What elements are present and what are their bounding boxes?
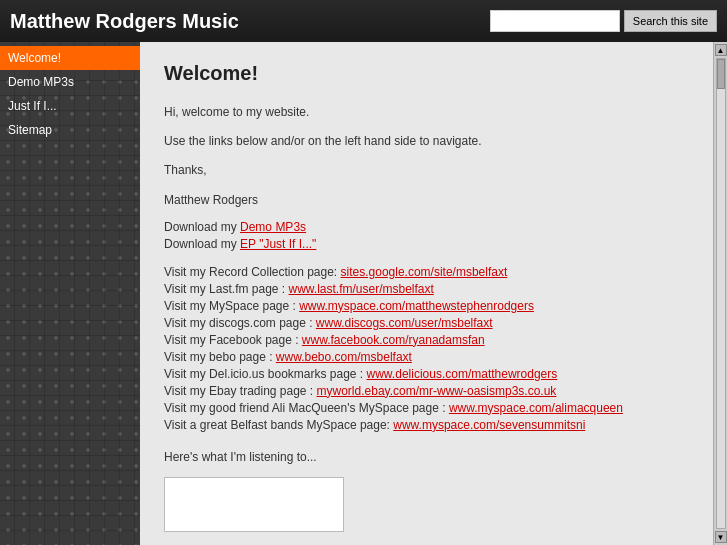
ebay-link[interactable]: myworld.ebay.com/mr-www-oasismp3s.co.uk <box>317 384 557 398</box>
search-area: Search this site <box>490 10 717 32</box>
link-seven-summits: Visit a great Belfast bands MySpace page… <box>164 418 689 432</box>
search-button[interactable]: Search this site <box>624 10 717 32</box>
link-bebo: Visit my bebo page : www.bebo.com/msbelf… <box>164 350 689 364</box>
intro-para1: Hi, welcome to my website. <box>164 103 689 122</box>
listening-heading: Here's what I'm listening to... <box>164 448 689 467</box>
myspace-link[interactable]: www.myspace.com/matthewstephenrodgers <box>299 299 534 313</box>
link-ali-macqueen: Visit my good friend Ali MacQueen's MySp… <box>164 401 689 415</box>
main-content: Welcome! Hi, welcome to my website. Use … <box>140 42 713 545</box>
sidebar-item-just-if-i[interactable]: Just If I... <box>0 94 140 118</box>
sidebar: Welcome! Demo MP3s Just If I... Sitemap <box>0 42 140 545</box>
page-heading: Welcome! <box>164 62 689 85</box>
sidebar-item-demo-mp3s[interactable]: Demo MP3s <box>0 70 140 94</box>
link-discogs: Visit my discogs.com page : www.discogs.… <box>164 316 689 330</box>
bebo-link[interactable]: www.bebo.com/msbelfaxt <box>276 350 412 364</box>
link-facebook: Visit my Facebook page : www.facebook.co… <box>164 333 689 347</box>
download-line-2: Download my EP "Just If I..." <box>164 237 689 251</box>
scroll-down-arrow[interactable]: ▼ <box>715 531 727 543</box>
link-ebay: Visit my Ebay trading page : myworld.eba… <box>164 384 689 398</box>
facebook-link[interactable]: www.facebook.com/ryanadamsfan <box>302 333 485 347</box>
download-line-1: Download my Demo MP3s <box>164 220 689 234</box>
external-links-section: Visit my Record Collection page: sites.g… <box>164 265 689 432</box>
search-input[interactable] <box>490 10 620 32</box>
scroll-track[interactable] <box>716 58 726 529</box>
demo-mp3s-link[interactable]: Demo MP3s <box>240 220 306 234</box>
site-title: Matthew Rodgers Music <box>10 10 239 33</box>
listening-section: Here's what I'm listening to... <box>164 448 689 532</box>
intro-para2: Use the links below and/or on the left h… <box>164 132 689 151</box>
link-lastfm: Visit my Last.fm page : www.last.fm/user… <box>164 282 689 296</box>
scroll-up-arrow[interactable]: ▲ <box>715 44 727 56</box>
record-collection-link[interactable]: sites.google.com/site/msbelfaxt <box>341 265 508 279</box>
scrollbar[interactable]: ▲ ▼ <box>713 42 727 545</box>
scroll-thumb[interactable] <box>717 59 725 89</box>
link-record-collection: Visit my Record Collection page: sites.g… <box>164 265 689 279</box>
delicious-link[interactable]: www.delicious.com/matthewrodgers <box>367 367 558 381</box>
sidebar-item-sitemap[interactable]: Sitemap <box>0 118 140 142</box>
listening-widget <box>164 477 344 532</box>
thanks-label: Thanks, <box>164 161 689 180</box>
ali-macqueen-link[interactable]: www.myspace.com/alimacqueen <box>449 401 623 415</box>
discogs-link[interactable]: www.discogs.com/user/msbelfaxt <box>316 316 493 330</box>
link-delicious: Visit my Del.icio.us bookmarks page : ww… <box>164 367 689 381</box>
lastfm-link[interactable]: www.last.fm/user/msbelfaxt <box>289 282 434 296</box>
sidebar-item-welcome[interactable]: Welcome! <box>0 46 140 70</box>
seven-summits-link[interactable]: www.myspace.com/sevensummitsni <box>393 418 585 432</box>
link-myspace: Visit my MySpace page : www.myspace.com/… <box>164 299 689 313</box>
author-name: Matthew Rodgers <box>164 191 689 210</box>
ep-link[interactable]: EP "Just If I..." <box>240 237 316 251</box>
